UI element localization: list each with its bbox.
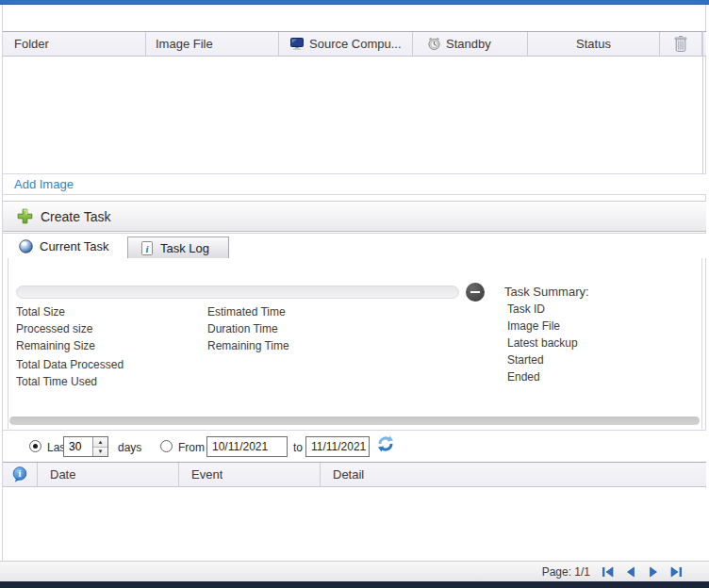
stat-total-size: Total Size	[16, 305, 65, 318]
info-bubble-icon: i	[12, 466, 27, 482]
stat-total-data-processed: Total Data Processed	[16, 358, 124, 371]
next-page-icon[interactable]	[647, 565, 660, 579]
computer-icon	[290, 38, 304, 50]
first-page-icon[interactable]	[602, 565, 615, 579]
spinner-down-icon[interactable]: ▼	[93, 448, 107, 457]
create-task-button[interactable]: Create Task	[3, 201, 706, 232]
current-task-panel	[8, 258, 702, 429]
to-label: to	[293, 441, 303, 454]
last-days-stepper: ▲ ▼	[63, 436, 108, 457]
app-window: Folder Image File Source Compu...	[0, 0, 709, 588]
svg-text:i: i	[19, 468, 22, 479]
tab-current-task[interactable]: Current Task	[3, 234, 127, 259]
task-tab-strip: Current Task i Task Log	[3, 233, 706, 258]
column-folder: Folder	[3, 32, 146, 56]
log-table-body[interactable]	[3, 488, 706, 561]
from-date-radio[interactable]	[160, 440, 173, 452]
task-progress-bar	[16, 286, 459, 299]
window-bottom-strip	[0, 581, 709, 588]
orb-icon	[19, 239, 33, 253]
stat-processed-size: Processed size	[16, 322, 92, 335]
window-top-strip	[0, 0, 709, 5]
plus-icon	[17, 208, 33, 224]
column-status: Status	[528, 32, 660, 56]
tab-task-log[interactable]: i Task Log	[127, 237, 229, 259]
prev-page-icon[interactable]	[624, 565, 637, 579]
column-info: i	[3, 463, 38, 486]
summary-started: Started	[507, 353, 544, 367]
summary-task-id: Task ID	[507, 302, 545, 316]
summary-latest-backup: Latest backup	[507, 336, 578, 350]
stat-remaining-size: Remaining Size	[16, 339, 95, 352]
minus-icon	[470, 291, 480, 293]
clock-icon	[427, 37, 441, 51]
log-filter-bar: Last ▲ ▼ days From to	[3, 430, 706, 462]
status-bar: Page: 1/1	[0, 561, 709, 581]
column-image-file: Image File	[146, 32, 279, 56]
pager: Page: 1/1	[542, 562, 683, 582]
tab-current-task-label: Current Task	[40, 239, 108, 253]
add-image-label: Add Image	[14, 177, 74, 191]
column-delete	[660, 32, 702, 56]
last-days-input[interactable]	[64, 437, 92, 456]
summary-image-file: Image File	[507, 319, 560, 333]
column-date: Date	[38, 463, 179, 486]
log-table-header: i Date Event Detail	[3, 462, 706, 487]
stat-remaining-time: Remaining Time	[207, 339, 289, 352]
refresh-icon[interactable]	[376, 434, 395, 453]
to-date-input[interactable]	[305, 436, 370, 457]
summary-ended: Ended	[507, 370, 540, 384]
last-page-icon[interactable]	[669, 565, 683, 579]
image-table-body[interactable]	[3, 57, 702, 172]
stat-estimated-time: Estimated Time	[207, 305, 286, 318]
image-table-header: Folder Image File Source Compu...	[3, 31, 706, 57]
column-event: Event	[179, 463, 321, 486]
page-indicator: Page: 1/1	[542, 565, 590, 579]
stat-total-time-used: Total Time Used	[16, 375, 97, 388]
column-source-computer: Source Compu...	[279, 32, 413, 56]
create-task-label: Create Task	[41, 209, 110, 224]
spinner-up-icon[interactable]: ▲	[93, 437, 107, 448]
days-label: days	[118, 441, 141, 454]
from-date-input[interactable]	[206, 436, 288, 457]
last-days-radio[interactable]	[29, 440, 41, 452]
column-standby: Standby	[413, 32, 528, 56]
collapse-button[interactable]	[466, 283, 485, 302]
doc-info-icon: i	[141, 241, 153, 255]
stepper-buttons: ▲ ▼	[92, 437, 107, 456]
task-summary-title: Task Summary:	[504, 285, 589, 299]
tab-task-log-label: Task Log	[160, 241, 209, 255]
stat-duration-time: Duration Time	[207, 322, 278, 335]
column-detail: Detail	[321, 463, 706, 486]
overall-progress-bar	[9, 416, 700, 425]
trash-icon[interactable]	[673, 36, 688, 53]
image-table-right-border	[702, 31, 703, 173]
from-label: From	[178, 441, 205, 454]
add-image-button[interactable]: Add Image	[3, 173, 706, 195]
